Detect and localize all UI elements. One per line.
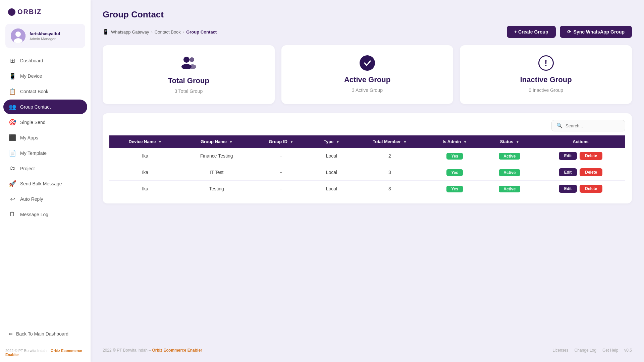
logo-text: ORBIZ — [17, 8, 42, 16]
sidebar-item-label: Auto Reply — [20, 196, 43, 202]
sidebar-item-message-log[interactable]: 🗒 Message Log — [3, 207, 87, 222]
filter-icon-id[interactable]: ▼ — [290, 140, 293, 144]
filter-icon-type[interactable]: ▼ — [336, 140, 339, 144]
sidebar-item-auto-reply[interactable]: ↩ Auto Reply — [3, 192, 87, 206]
sync-whatsapp-button[interactable]: ⟳ Sync WhatsApp Group — [560, 26, 632, 38]
cell-is-admin: Yes — [426, 164, 483, 181]
sidebar-item-single-send[interactable]: 🎯 Single Send — [3, 115, 87, 130]
filter-icon-member[interactable]: ▼ — [404, 140, 407, 144]
is-admin-badge: Yes — [446, 169, 463, 176]
whatsapp-icon: 📱 — [103, 29, 109, 35]
cell-group-id: - — [252, 164, 310, 181]
svg-point-4 — [190, 57, 194, 62]
cell-group-name: Finance Testing — [181, 148, 252, 164]
cell-type: Local — [310, 164, 353, 181]
status-badge: Active — [499, 169, 520, 176]
filter-icon-admin[interactable]: ▼ — [464, 140, 467, 144]
breadcrumb: 📱 Whatsapp Gateway › Contact Book › Grou… — [103, 29, 217, 35]
delete-button[interactable]: Delete — [580, 152, 602, 160]
cell-is-admin: Yes — [426, 181, 483, 197]
sidebar-item-label: My Template — [20, 150, 47, 156]
filter-icon-device[interactable]: ▼ — [158, 140, 162, 144]
log-icon: 🗒 — [9, 211, 16, 218]
filter-icon-status[interactable]: ▼ — [516, 140, 519, 144]
cell-is-admin: Yes — [426, 148, 483, 164]
sidebar-item-group-contact[interactable]: 👥 Group Contact — [3, 100, 87, 114]
cell-status: Active — [483, 181, 536, 197]
template-icon: 📄 — [9, 149, 16, 157]
svg-point-3 — [183, 57, 190, 63]
cell-total-member: 3 — [353, 164, 426, 181]
inactive-group-icon: ! — [538, 55, 554, 71]
footer-links: Licenses Change Log Get Help v0.5 — [552, 348, 632, 353]
cell-device: Ika — [109, 148, 181, 164]
sidebar-item-label: Message Log — [20, 212, 48, 217]
table-row: Ika IT Test - Local 3 Yes Active Edit De… — [109, 164, 625, 181]
search-icon: 🔍 — [556, 123, 563, 129]
top-bar: 📱 Whatsapp Gateway › Contact Book › Grou… — [103, 26, 632, 38]
cell-group-id: - — [252, 181, 310, 197]
total-group-icon — [180, 55, 197, 72]
delete-button[interactable]: Delete — [580, 185, 602, 193]
sidebar-item-my-device[interactable]: 📱 My Device — [3, 69, 87, 83]
back-label: Back To Main Dashboard — [16, 331, 68, 337]
sidebar-item-send-bulk[interactable]: 🚀 Send Bulk Message — [3, 176, 87, 191]
stat-card-active: Active Group 3 Active Group — [281, 45, 453, 104]
sidebar-item-dashboard[interactable]: ⊞ Dashboard — [3, 53, 87, 68]
bulk-icon: 🚀 — [9, 180, 16, 187]
sidebar-item-label: My Device — [20, 73, 42, 79]
cell-group-name: IT Test — [181, 164, 252, 181]
edit-button[interactable]: Edit — [559, 168, 577, 176]
is-admin-badge: Yes — [446, 186, 463, 192]
sidebar-item-my-template[interactable]: 📄 My Template — [3, 146, 87, 161]
back-to-dashboard[interactable]: ⇐ Back To Main Dashboard — [0, 327, 91, 340]
inactive-group-title: Inactive Group — [520, 75, 572, 84]
cell-status: Active — [483, 164, 536, 181]
dashboard-icon: ⊞ — [9, 57, 16, 64]
cell-device: Ika — [109, 164, 181, 181]
project-icon: 🗂 — [9, 165, 16, 172]
status-badge: Active — [499, 153, 520, 160]
footer-gethelp[interactable]: Get Help — [602, 348, 618, 353]
user-card: fariskhasyaiful Admin Manager — [5, 24, 85, 48]
search-input[interactable] — [566, 123, 620, 128]
col-total-member: Total Member ▼ — [353, 135, 426, 148]
search-box[interactable]: 🔍 — [551, 120, 625, 131]
reply-icon: ↩ — [9, 195, 16, 203]
sidebar-item-label: Single Send — [20, 120, 46, 125]
footer-licenses[interactable]: Licenses — [552, 348, 568, 353]
sync-label: Sync WhatsApp Group — [574, 29, 625, 35]
status-badge: Active — [499, 186, 520, 192]
footer-copyright: 2022 © PT Borwita Indah – — [103, 348, 151, 353]
bc-sep-1: › — [151, 29, 152, 35]
device-icon: 📱 — [9, 72, 16, 80]
col-group-id: Group ID ▼ — [252, 135, 310, 148]
table-topbar: 🔍 — [109, 120, 625, 131]
contacts-icon: 📋 — [9, 88, 16, 95]
create-group-button[interactable]: + Create Group — [507, 26, 556, 38]
edit-button[interactable]: Edit — [559, 185, 577, 193]
sidebar-item-project[interactable]: 🗂 Project — [3, 161, 87, 176]
delete-button[interactable]: Delete — [580, 168, 602, 176]
filter-icon-group[interactable]: ▼ — [229, 140, 233, 144]
main-content: Group Contact 📱 Whatsapp Gateway › Conta… — [91, 0, 644, 362]
footer-changelog[interactable]: Change Log — [575, 348, 596, 353]
send-icon: 🎯 — [9, 119, 16, 126]
sidebar-item-contact-book[interactable]: 📋 Contact Book — [3, 84, 87, 99]
inactive-group-sub: 0 Inactive Group — [529, 87, 563, 93]
table-row: Ika Finance Testing - Local 2 Yes Active… — [109, 148, 625, 164]
footer-version: v0.5 — [624, 348, 632, 353]
page-title: Group Contact — [103, 9, 632, 20]
cell-group-id: - — [252, 148, 310, 164]
footer-brand-link[interactable]: Orbiz Ecommerce Enabler — [152, 348, 202, 353]
stat-cards: Total Group 3 Total Group Active Group 3… — [103, 45, 632, 104]
sidebar-item-my-apps[interactable]: ⬛ My Apps — [3, 130, 87, 145]
stat-card-total: Total Group 3 Total Group — [103, 45, 275, 104]
sync-icon: ⟳ — [567, 29, 571, 35]
is-admin-badge: Yes — [446, 153, 463, 160]
group-table: Device Name ▼ Group Name ▼ Group ID ▼ Ty… — [109, 135, 625, 197]
sidebar-item-label: Dashboard — [20, 58, 43, 63]
nav-list: ⊞ Dashboard 📱 My Device 📋 Contact Book 👥… — [0, 53, 91, 320]
col-actions: Actions — [536, 135, 625, 148]
edit-button[interactable]: Edit — [559, 152, 577, 160]
